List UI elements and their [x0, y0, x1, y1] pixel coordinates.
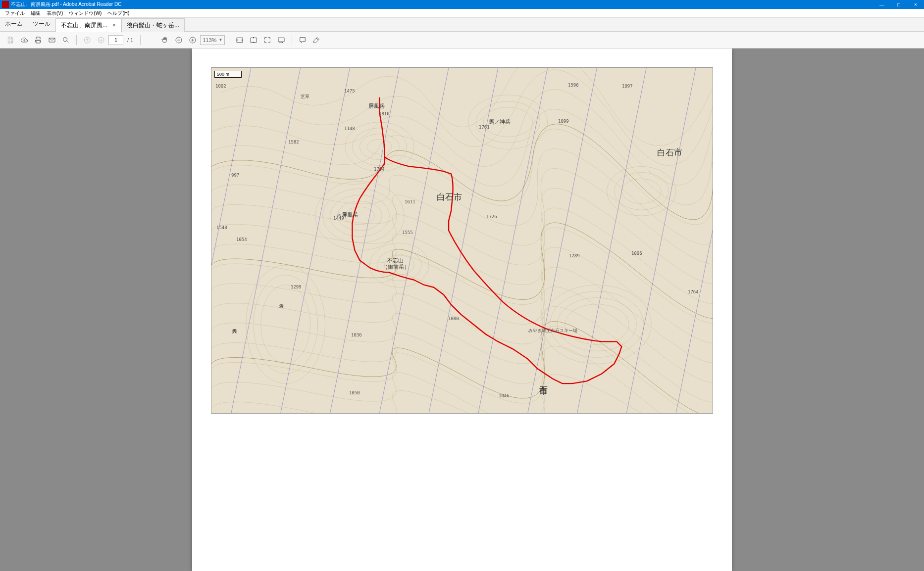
tab-label: 不忘山、南屏風... — [61, 21, 107, 30]
svg-line-33 — [330, 68, 400, 413]
label-shibakusa: 芝草 — [301, 94, 309, 100]
page-input[interactable] — [108, 35, 123, 45]
tab-label: 後白髭山・蛇ヶ岳... — [127, 21, 179, 30]
fullscreen-icon[interactable] — [261, 34, 274, 47]
titlebar: 不忘山、南屏風岳.pdf - Adobe Acrobat Reader DC —… — [0, 0, 924, 9]
menu-window[interactable]: ウィンドウ(W) — [66, 10, 104, 17]
read-mode-icon[interactable] — [275, 34, 288, 47]
elevation-label: 1299 — [291, 285, 302, 289]
prev-page-icon[interactable] — [81, 34, 94, 47]
svg-line-34 — [379, 68, 449, 413]
close-window-button[interactable]: × — [907, 0, 924, 9]
zoom-select[interactable]: 113% ▼ — [200, 35, 225, 45]
svg-point-28 — [254, 275, 318, 374]
fit-page-icon[interactable] — [247, 34, 260, 47]
zoom-in-icon[interactable] — [186, 34, 199, 47]
email-icon[interactable] — [46, 34, 58, 47]
label-umakami: 馬ノ神岳 — [489, 118, 511, 126]
nav-home[interactable]: ホーム — [0, 17, 28, 31]
svg-point-20 — [607, 166, 676, 216]
separator — [76, 35, 77, 45]
svg-point-22 — [621, 179, 661, 203]
zoom-out-icon[interactable] — [172, 34, 185, 47]
separator — [140, 35, 141, 45]
elevation-label: 1449 — [333, 216, 344, 221]
elevation-label: 1099 — [558, 119, 569, 124]
minimize-button[interactable]: — — [873, 0, 890, 9]
elevation-label: 1054 — [236, 237, 247, 242]
separator — [229, 35, 229, 45]
label-ski: みやぎ蔵王白石スキー場 — [528, 328, 577, 334]
menu-edit[interactable]: 編集 — [28, 10, 44, 17]
contours — [211, 68, 713, 413]
svg-line-40 — [676, 68, 713, 413]
elevation-label: 1289 — [569, 253, 580, 258]
label-city-2: 白石市 — [657, 147, 682, 158]
elevation-label: 997 — [231, 173, 239, 178]
elevation-label: 1611 — [405, 199, 415, 204]
document-viewport[interactable]: 500 m — [0, 48, 924, 571]
comment-icon[interactable] — [296, 34, 309, 47]
elevation-label: 1726 — [486, 214, 497, 219]
document-tab-1[interactable]: 不忘山、南屏風... × — [55, 18, 121, 32]
chevron-down-icon: ▼ — [218, 38, 222, 42]
svg-point-23 — [543, 285, 652, 364]
svg-point-0 — [63, 37, 67, 41]
elevation-label: 1036 — [351, 333, 362, 337]
save-icon[interactable] — [4, 34, 17, 47]
elevation-label: 1704 — [374, 167, 385, 172]
separator — [292, 35, 292, 45]
elevation-label: 1080 — [448, 316, 459, 321]
app-icon — [2, 1, 9, 8]
svg-point-9 — [315, 181, 405, 250]
cloud-upload-icon[interactable] — [18, 34, 31, 47]
map-canvas: 500 m — [211, 67, 713, 414]
svg-point-29 — [261, 285, 310, 364]
document-tab-2[interactable]: 後白髭山・蛇ヶ岳... — [121, 18, 185, 32]
svg-point-26 — [565, 304, 629, 345]
elevation-label: 1582 — [288, 140, 299, 144]
label-fubosan-alt: （御前岳） — [382, 263, 410, 271]
search-icon[interactable] — [59, 34, 72, 47]
toolbar: / 1 113% ▼ — [0, 32, 924, 48]
svg-line-32 — [281, 68, 350, 413]
menu-help[interactable]: ヘルプ(H) — [104, 10, 132, 17]
elevation-label: 1761 — [479, 125, 490, 130]
print-icon[interactable] — [32, 34, 45, 47]
pdf-page: 500 m — [192, 48, 732, 571]
elevation-label: 1050 — [349, 390, 360, 395]
svg-line-39 — [626, 68, 696, 413]
elevation-label: 1148 — [344, 126, 355, 131]
fit-width-icon[interactable] — [233, 34, 246, 47]
elevation-label: 1002 — [215, 84, 226, 89]
elevation-label: 1555 — [402, 230, 413, 235]
window-title: 不忘山、南屏風岳.pdf - Adobe Acrobat Reader DC — [11, 1, 873, 8]
highlight-icon[interactable] — [310, 34, 323, 47]
zoom-value: 113% — [203, 37, 216, 43]
tabbar: ホーム ツール 不忘山、南屏風... × 後白髭山・蛇ヶ岳... — [0, 18, 924, 32]
next-page-icon[interactable] — [95, 34, 107, 47]
elevation-label: 1475 — [344, 89, 355, 94]
menubar: ファイル 編集 表示(V) ウィンドウ(W) ヘルプ(H) — [0, 9, 924, 18]
map-svg — [211, 68, 713, 413]
menu-view[interactable]: 表示(V) — [44, 10, 66, 17]
elevation-label: 1764 — [688, 289, 699, 294]
close-tab-icon[interactable]: × — [112, 22, 116, 29]
elevation-label: 1006 — [631, 251, 642, 256]
select-tool-icon[interactable] — [145, 34, 157, 47]
elevation-label: 1046 — [499, 393, 510, 398]
elevation-label: 1548 — [216, 225, 227, 230]
svg-line-35 — [429, 68, 498, 413]
nav-tools[interactable]: ツール — [28, 17, 55, 31]
grid-lines — [211, 68, 713, 413]
elevation-label: 1097 — [622, 84, 633, 89]
menu-file[interactable]: ファイル — [2, 10, 28, 17]
elevation-label: 1810 — [379, 111, 390, 116]
label-city-1: 白石市 — [437, 191, 462, 203]
page-count: / 1 — [124, 37, 136, 43]
elevation-label: 1596 — [568, 83, 579, 88]
svg-point-21 — [614, 172, 668, 210]
label-byobudake: 屏風岳 — [368, 102, 385, 110]
maximize-button[interactable]: □ — [890, 0, 907, 9]
hand-tool-icon[interactable] — [158, 34, 171, 47]
